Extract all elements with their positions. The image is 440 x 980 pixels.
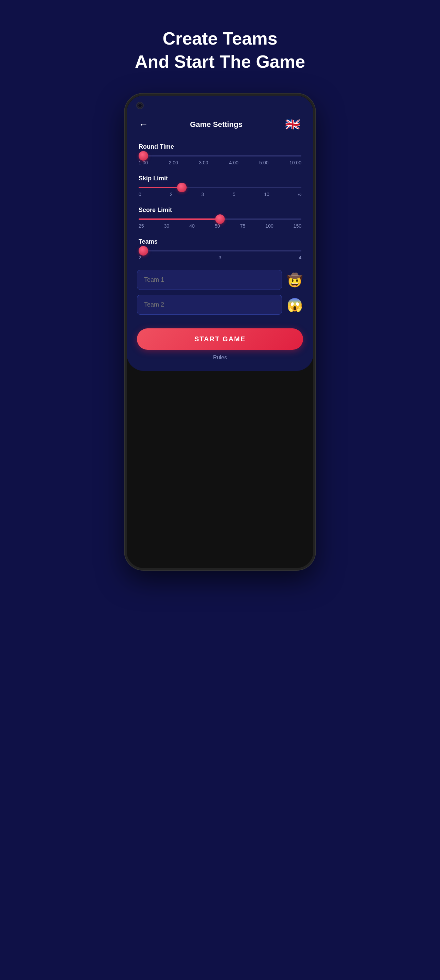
page-title-line1: Create Teams And Start The Game <box>135 27 305 73</box>
back-button[interactable]: ← <box>139 119 148 130</box>
round-time-track <box>139 155 301 156</box>
teams-labels: 2 3 4 <box>137 255 303 260</box>
team-inputs: 🤠 😱 <box>137 270 303 315</box>
skip-limit-label-2: 3 <box>201 192 204 197</box>
flag-icon[interactable]: 🇬🇧 <box>284 116 301 133</box>
skip-limit-label-4: 10 <box>264 192 269 197</box>
team1-row: 🤠 <box>137 270 303 290</box>
teams-label-1: 3 <box>218 255 222 260</box>
skip-limit-fill <box>139 187 180 188</box>
score-limit-label-1: 30 <box>164 223 169 229</box>
round-time-label-0: 1:00 <box>139 160 148 165</box>
score-limit-label-4: 75 <box>240 223 246 229</box>
round-time-label-4: 5:00 <box>259 160 268 165</box>
team2-row: 😱 <box>137 295 303 315</box>
score-limit-label: Score Limit <box>137 207 303 214</box>
score-limit-section: Score Limit 25 30 40 50 75 100 150 <box>137 207 303 229</box>
skip-limit-slider[interactable] <box>137 187 303 188</box>
teams-label-0: 2 <box>139 255 141 260</box>
skip-limit-label: Skip Limit <box>137 175 303 182</box>
teams-thumb[interactable] <box>139 246 148 256</box>
score-limit-fill <box>139 218 220 220</box>
teams-label-2: 4 <box>299 255 301 260</box>
skip-limit-section: Skip Limit 0 2 3 5 10 ∞ <box>137 175 303 197</box>
skip-limit-label-0: 0 <box>139 192 141 197</box>
team2-emoji: 😱 <box>286 298 303 312</box>
score-limit-label-0: 25 <box>139 223 144 229</box>
round-time-label-3: 4:00 <box>229 160 238 165</box>
skip-limit-labels: 0 2 3 5 10 ∞ <box>137 192 303 197</box>
round-time-thumb[interactable] <box>139 151 148 161</box>
score-limit-label-5: 100 <box>265 223 273 229</box>
screen-title: Game Settings <box>190 120 242 129</box>
team1-input[interactable] <box>137 270 282 290</box>
teams-slider[interactable] <box>137 250 303 251</box>
page-header: Create Teams And Start The Game <box>135 27 305 73</box>
start-game-button[interactable]: START GAME <box>137 328 303 350</box>
team1-emoji: 🤠 <box>286 272 303 288</box>
score-limit-thumb[interactable] <box>215 215 225 224</box>
team2-input[interactable] <box>137 295 282 315</box>
skip-limit-label-3: 5 <box>233 192 235 197</box>
teams-label: Teams <box>137 238 303 245</box>
teams-track <box>139 250 301 251</box>
score-limit-track <box>139 218 301 220</box>
round-time-label-5: 10:00 <box>290 160 301 165</box>
round-time-section: Round Time 1:00 2:00 3:00 4:00 5:00 10:0… <box>137 143 303 165</box>
skip-limit-thumb[interactable] <box>177 183 187 192</box>
score-limit-label-2: 40 <box>189 223 195 229</box>
round-time-label-1: 2:00 <box>169 160 178 165</box>
round-time-slider[interactable] <box>137 155 303 156</box>
score-limit-slider[interactable] <box>137 218 303 220</box>
round-time-label: Round Time <box>137 143 303 150</box>
phone-side-button <box>314 164 316 191</box>
skip-limit-track <box>139 187 301 188</box>
teams-section: Teams 2 3 4 <box>137 238 303 260</box>
round-time-label-2: 3:00 <box>199 160 208 165</box>
rules-link[interactable]: Rules <box>137 355 303 361</box>
score-limit-label-3: 50 <box>215 223 220 229</box>
skip-limit-label-1: 2 <box>170 192 173 197</box>
screen-header: ← Game Settings 🇬🇧 <box>137 116 303 133</box>
skip-limit-label-5: ∞ <box>298 192 301 197</box>
round-time-labels: 1:00 2:00 3:00 4:00 5:00 10:00 <box>137 160 303 165</box>
score-limit-label-6: 150 <box>293 223 301 229</box>
phone-screen: ← Game Settings 🇬🇧 Round Time 1:00 2:00 … <box>127 95 313 371</box>
phone-frame: ← Game Settings 🇬🇧 Round Time 1:00 2:00 … <box>124 94 316 570</box>
score-limit-labels: 25 30 40 50 75 100 150 <box>137 223 303 229</box>
